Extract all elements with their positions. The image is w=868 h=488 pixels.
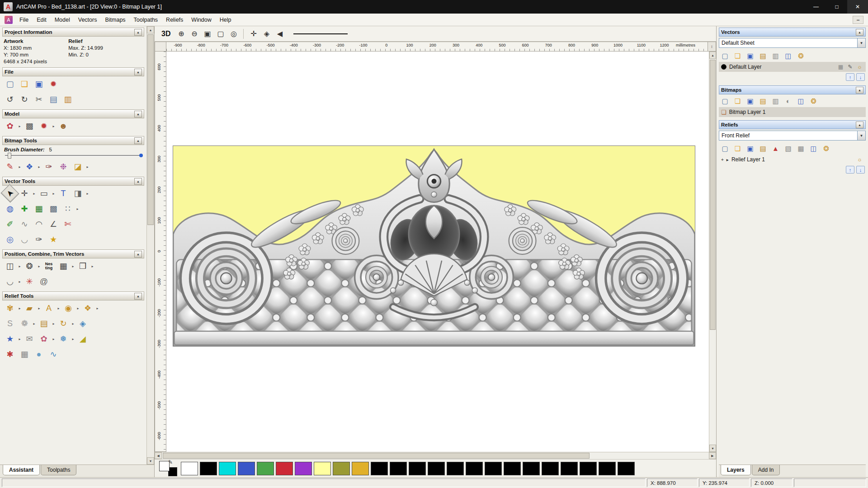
- open-sheet-icon[interactable]: ❏: [731, 50, 744, 61]
- palette-icon[interactable]: ❉: [57, 160, 70, 173]
- dropdown-arrow-icon[interactable]: ▸: [95, 306, 99, 310]
- menu-vectors[interactable]: Vectors: [74, 15, 101, 25]
- calculate-relief-icon[interactable]: ▦: [795, 143, 807, 154]
- zoom-in-icon[interactable]: ⊕: [175, 28, 187, 40]
- dropdown-arrow-icon[interactable]: ▸: [52, 192, 56, 196]
- tab-add-in[interactable]: Add In: [752, 465, 780, 475]
- bitmap-layer-row[interactable]: ❏ Bitmap Layer 1: [719, 107, 866, 117]
- relief-wizard2-icon[interactable]: ❂: [820, 143, 832, 154]
- dropdown-arrow-icon[interactable]: ▸: [37, 306, 41, 310]
- palette-swatch-11[interactable]: [390, 462, 407, 475]
- zoom-fit-icon[interactable]: ▢: [214, 28, 226, 40]
- relief-select[interactable]: Front Relief ▼: [719, 131, 866, 141]
- create-spiral-icon[interactable]: @: [37, 275, 51, 288]
- centre-view-icon[interactable]: ◈: [260, 28, 273, 40]
- scrollbar-thumb[interactable]: [147, 34, 154, 225]
- flood-fill-icon[interactable]: ◪: [71, 160, 85, 173]
- plus-icon[interactable]: +: [721, 157, 724, 162]
- new-bitmap-layer-icon[interactable]: ▢: [719, 95, 731, 106]
- zoom-out-icon[interactable]: ⊖: [188, 28, 200, 40]
- relief-text-icon[interactable]: A: [42, 302, 56, 314]
- collapse-icon[interactable]: ▲: [134, 69, 142, 75]
- dropdown-arrow-icon[interactable]: ▸: [18, 280, 22, 284]
- palette-swatch-5[interactable]: [276, 462, 293, 475]
- offset-vectors-icon[interactable]: ◍: [3, 202, 17, 215]
- select-vectors-icon[interactable]: ➤: [0, 184, 19, 202]
- scroll-down-icon[interactable]: ▼: [147, 457, 154, 465]
- relief-envelope-icon[interactable]: ✉: [23, 333, 36, 345]
- free-smooth-icon[interactable]: ∿: [18, 218, 31, 230]
- layer-colour-swatch[interactable]: [721, 64, 726, 70]
- export-vectors-icon[interactable]: ▥: [769, 50, 782, 61]
- view-3d-button[interactable]: 3D: [158, 28, 174, 39]
- layer-visible-icon[interactable]: ☼: [856, 156, 863, 164]
- delete-layer-icon[interactable]: ◫: [782, 50, 794, 61]
- palette-swatch-23[interactable]: [618, 462, 635, 475]
- collapse-icon[interactable]: ▲: [134, 251, 142, 258]
- menu-reliefs[interactable]: Reliefs: [162, 15, 187, 25]
- group-vectors-icon[interactable]: ❒: [76, 260, 90, 272]
- collapse-icon[interactable]: ▲: [134, 29, 142, 36]
- tab-assistant[interactable]: Assistant: [3, 465, 40, 475]
- collapse-icon[interactable]: ▲: [856, 29, 863, 36]
- palette-swatch-17[interactable]: [504, 462, 521, 475]
- model-notes-icon[interactable]: ✹: [47, 78, 60, 90]
- move-layer-up-button[interactable]: ↑: [846, 73, 854, 81]
- zoom-objects-icon[interactable]: ◎: [227, 28, 240, 40]
- lighting-icon[interactable]: ✹: [37, 120, 51, 132]
- layer-wizard-icon[interactable]: ❂: [795, 50, 807, 61]
- circular-copy-icon[interactable]: ❂: [23, 260, 36, 272]
- dropdown-arrow-icon[interactable]: ▸: [52, 337, 56, 341]
- scrollbar-thumb[interactable]: [163, 453, 590, 459]
- new-model-icon[interactable]: ▢: [3, 78, 17, 90]
- sheet-select[interactable]: Default Sheet ▼: [719, 38, 866, 48]
- star-relief-icon[interactable]: ★: [3, 333, 17, 345]
- palette-swatch-0[interactable]: [181, 462, 198, 475]
- collapse-icon[interactable]: ▲: [856, 87, 863, 94]
- create-text-icon[interactable]: T: [57, 187, 70, 200]
- slider-thumb[interactable]: [8, 153, 11, 159]
- collapse-icon[interactable]: ▲: [134, 111, 142, 117]
- fillet-arc-icon[interactable]: ◡: [18, 233, 31, 246]
- wave-relief-icon[interactable]: ∿: [47, 348, 60, 361]
- palette-swatch-2[interactable]: [219, 462, 236, 475]
- paint-selective-icon[interactable]: ❖: [23, 160, 36, 173]
- transform-vectors-icon[interactable]: ✛: [18, 187, 31, 200]
- layer-lock-icon[interactable]: ▦: [837, 63, 844, 71]
- palette-swatch-13[interactable]: [428, 462, 445, 475]
- drawing-canvas[interactable]: [166, 52, 709, 452]
- brush-diameter-slider[interactable]: [5, 155, 142, 156]
- previous-view-icon[interactable]: ◀: [274, 28, 286, 40]
- panel-scrollbar[interactable]: ▲ ▼: [146, 26, 154, 465]
- artwork-sheet[interactable]: [173, 145, 695, 347]
- fan-relief-icon[interactable]: ✿: [37, 333, 51, 345]
- palette-swatch-4[interactable]: [257, 462, 274, 475]
- open-relief-layer-icon[interactable]: ❏: [731, 143, 744, 154]
- spin-relief-icon[interactable]: ↻: [57, 317, 70, 330]
- tab-toolpaths[interactable]: Toolpaths: [41, 465, 76, 475]
- palette-swatch-16[interactable]: [485, 462, 502, 475]
- offset-relief-icon[interactable]: ✱: [3, 348, 17, 361]
- delete-relief-layer-icon[interactable]: ◫: [807, 143, 820, 154]
- greyscale-icon[interactable]: ▩: [23, 120, 36, 132]
- menu-edit[interactable]: Edit: [33, 15, 51, 25]
- scroll-down-icon[interactable]: ▼: [709, 445, 716, 452]
- chevron-down-icon[interactable]: ▼: [857, 131, 865, 140]
- palette-swatch-21[interactable]: [580, 462, 597, 475]
- save-model-icon[interactable]: ▣: [32, 78, 46, 90]
- palette-swatch-19[interactable]: [542, 462, 559, 475]
- dropdown-arrow-icon[interactable]: ▸: [71, 322, 75, 326]
- palette-swatch-15[interactable]: [466, 462, 483, 475]
- cut-icon[interactable]: ✂: [32, 93, 46, 106]
- palette-swatch-9[interactable]: [352, 462, 369, 475]
- relief-library-icon[interactable]: ▤: [37, 317, 51, 330]
- dome-relief-icon[interactable]: ●: [32, 348, 46, 361]
- mirror-vectors-icon[interactable]: ◨: [71, 187, 85, 200]
- dropdown-arrow-icon[interactable]: ▸: [18, 264, 22, 268]
- preview-bitmap-icon[interactable]: ◐: [782, 95, 794, 106]
- measure-icon[interactable]: ∠: [47, 218, 60, 230]
- scroll-left-icon[interactable]: ◀: [155, 452, 162, 459]
- open-model-icon[interactable]: ❏: [18, 78, 31, 90]
- pan-view-icon[interactable]: ✛: [247, 28, 259, 40]
- create-polyline-icon[interactable]: ✐: [3, 218, 17, 230]
